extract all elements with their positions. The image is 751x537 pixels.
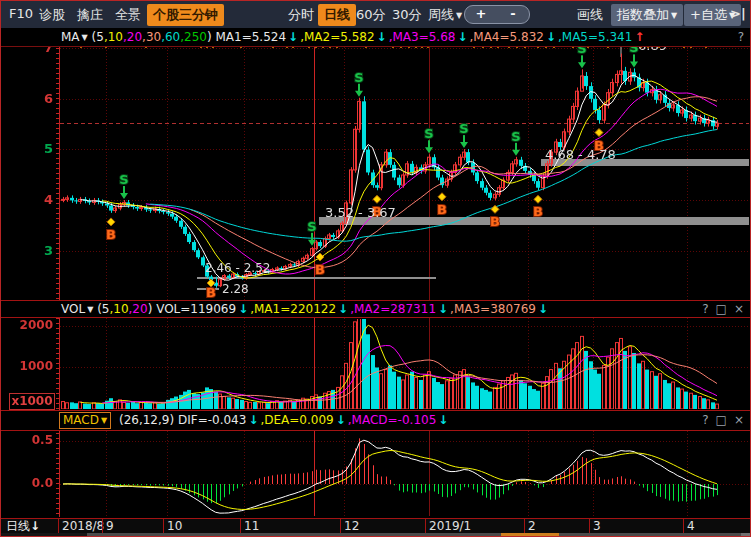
date-tick: 2019/1 [429,519,471,533]
indicator-value: ,MA3=380769 [450,302,536,316]
panorama-button[interactable]: 全景 [115,6,141,24]
zoom-capsule: + - [464,5,530,24]
volume-unit-box: x1000 [9,393,55,410]
help-icon[interactable]: ? [738,30,744,44]
chevron-down-icon: ▼ [671,11,677,20]
top-toolbar: F10 诊股 擒庄 全景 个股三分钟 分时 日线 60分 30分 周线▼ 画线 … [1,1,750,29]
app-window: F10 诊股 擒庄 全景 个股三分钟 分时 日线 60分 30分 周线▼ 画线 … [0,0,751,537]
h-scrollbar-track[interactable] [1,533,751,537]
date-tick: 11 [244,519,259,533]
collapse-panel-icon[interactable]: >| [730,6,746,21]
indicator-value: ,MA2=287311 [350,302,436,316]
up-arrow-icon: ↑ [634,30,644,44]
indicator-value: ,10 [109,302,128,316]
date-tick: 4 [687,519,695,533]
diagnose-stock-button[interactable]: 诊股 [39,6,65,24]
date-separator [163,519,164,533]
chevron-down-icon: ▼ [456,11,462,20]
ma-dropdown[interactable]: MA▼ [61,30,92,44]
indicator-value: ,250 [180,30,207,44]
date-tick: 12 [344,519,359,533]
maximize-icon[interactable]: □ [716,302,727,316]
indicator-value: ,60 [161,30,180,44]
date-tick: 10 [167,519,182,533]
indicator-value: ,MA4=5.832 [469,30,543,44]
date-separator [240,519,241,533]
macd-indicator-header: MACD▼ (26,12,9) DIF=-0.043↓,DEA=0.009↓,M… [1,410,750,431]
down-arrow-icon: ↓ [377,30,387,44]
down-arrow-icon: ↓ [438,413,448,427]
indicator-value: ,30 [142,30,161,44]
macd-dropdown[interactable]: MACD▼ [59,412,111,429]
tab-30min[interactable]: 30分 [392,6,422,24]
draw-line-button[interactable]: 画线 [577,6,603,24]
indicator-value: ,10 [104,30,123,44]
tab-daily-active[interactable]: 日线 [318,4,356,26]
indicator-value: ) [148,302,157,316]
date-separator [102,519,103,533]
down-arrow-icon: ↓ [248,413,258,427]
price-axis-label: 5 [13,141,53,156]
price-axis-label: 4 [13,192,53,207]
maximize-icon[interactable]: □ [716,413,727,427]
down-arrow-icon: ↓ [338,302,348,316]
indicator-value: MA1=5.524 [215,30,286,44]
price-annotation: 3.52 - 3.67 [325,205,396,220]
down-arrow-icon: ↓ [238,302,248,316]
indicator-value: ,20 [129,302,148,316]
indicator-value: (5 [92,30,104,44]
tab-weekly-dropdown[interactable]: 周线▼ [428,6,462,24]
chevron-down-icon: ▼ [82,33,88,42]
h-scrollbar-left-gap [1,533,87,537]
indicator-value: ,DEA=0.009 [260,413,333,427]
down-arrow-icon: ↓ [546,30,556,44]
vol-values: (5,10,20) VOL=119069↓,MA1=220122↓,MA2=28… [97,302,550,316]
down-arrow-icon: ↓ [30,519,40,533]
chevron-down-icon: ▼ [101,416,107,425]
vol-dropdown[interactable]: VOL▼ [61,302,97,316]
price-annotation: 2.28 [222,282,249,296]
indicator-value: VOL=119069 [156,302,236,316]
price-annotation: 2.46 - 2.52 [205,261,270,275]
down-arrow-icon: ↓ [336,413,346,427]
h-scrollbar-thumb[interactable] [501,533,559,537]
help-icon[interactable]: ? [702,302,708,316]
stock-3min-button[interactable]: 个股三分钟 [147,4,224,26]
tab-intraday[interactable]: 分时 [288,6,314,24]
indicator-value: ,MA2=5.582 [300,30,374,44]
down-arrow-icon: ↓ [457,30,467,44]
date-tick: 2 [528,519,536,533]
macd-axis-label: 0.0 [13,476,53,490]
date-separator [589,519,590,533]
down-arrow-icon: ↓ [288,30,298,44]
catch-banker-button[interactable]: 擒庄 [77,6,103,24]
price-axis-label: 6 [13,91,53,106]
indicator-value: ,MACD=-0.105 [348,413,437,427]
zoom-in-button[interactable]: + [465,6,497,23]
date-separator [683,519,684,533]
f10-button[interactable]: F10 [9,6,33,21]
period-selector[interactable]: 日线↓ [6,519,40,533]
indicator-value: ,MA1=220122 [250,302,336,316]
date-tick: 9 [106,519,114,533]
indicator-value: (5 [97,302,109,316]
price-annotation: 4.68 - 4.78 [545,147,616,162]
zoom-out-button[interactable]: - [497,6,529,23]
close-icon[interactable]: × [734,413,744,427]
chart-canvas[interactable] [1,1,751,537]
close-icon[interactable]: × [734,302,744,316]
date-axis: 日线↓ 2018/891011122019/1234 [1,518,750,533]
date-separator [58,519,59,533]
down-arrow-icon: ↓ [438,302,448,316]
h-scrollbar-right-cap [741,533,751,537]
date-tick: 2018/8 [62,519,104,533]
index-overlay-button[interactable]: 指数叠加▼ [611,4,683,26]
ma-indicator-header: MA▼ (5,10,20,30,60,250) MA1=5.524↓,MA2=5… [1,28,750,47]
tab-60min[interactable]: 60分 [356,6,386,24]
volume-axis-label: 1000 [13,359,53,373]
date-tick: 3 [593,519,601,533]
date-separator [425,519,426,533]
help-icon[interactable]: ? [702,413,708,427]
indicator-value: DIF=-0.043 [178,413,246,427]
down-arrow-icon: ↓ [538,302,548,316]
